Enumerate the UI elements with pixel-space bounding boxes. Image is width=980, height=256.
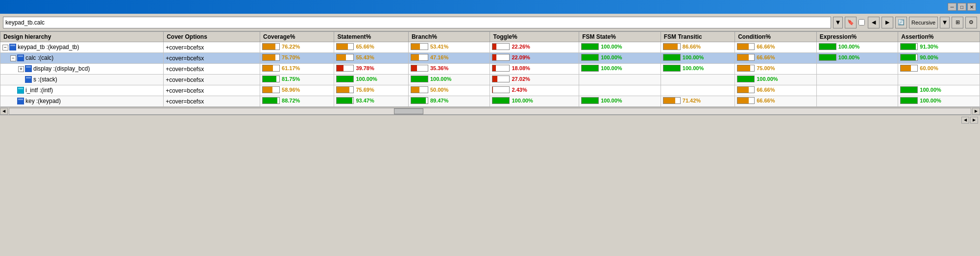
bar-fill [582,98,598,103]
maximize-button[interactable]: □ [957,3,966,11]
bar-fill [492,98,509,103]
bar-fill [582,65,598,71]
recursive-dropdown-button[interactable]: ▼ [940,17,950,28]
bar-container [737,54,755,61]
empty-cell [816,85,898,96]
bar-container [737,86,755,93]
design-hierarchy-cell[interactable]: − keypad_tb :(keypad_tb) [0,42,164,53]
bar-fill [263,87,272,93]
bar-fill [819,44,836,50]
coverage-cell: 100.00% [334,75,408,85]
table-row[interactable]: − keypad_tb :(keypad_tb)+cover=bcefsx 76… [0,42,980,53]
pct-text: 66.66% [757,98,775,103]
design-hierarchy-cell[interactable]: s :(stack) [0,75,164,85]
table-row[interactable]: key :(keypad)+cover=bcefsx 88.72% 93.47%… [0,96,980,107]
empty-cell [898,75,980,85]
bar-container [492,76,510,82]
recursive-icon-button[interactable]: 🔄 [895,17,907,28]
pct-text: 66.66% [757,54,775,60]
empty-cell [661,85,735,96]
bar-fill [737,44,749,50]
coverage-cell: 91.30% [898,42,980,53]
pct-text: 18.08% [512,65,530,71]
svg-rect-7 [26,77,31,78]
tree-expand-icon[interactable]: − [2,45,8,51]
bar-container [411,86,428,93]
design-name[interactable]: i_intf :(intf) [25,87,53,94]
bar-container [663,65,681,72]
cover-options-cell: +cover=bcefsx [164,75,260,85]
design-name[interactable]: calc :(calc) [25,54,53,61]
bottom-scroll-left[interactable]: ◀ [961,117,969,124]
pct-text: 50.00% [430,87,448,93]
pct-text: 100.00% [601,44,622,50]
title-bar-buttons: ─ □ ✕ [948,3,976,11]
bar-fill [337,98,352,103]
bottom-scroll-right[interactable]: ▶ [970,117,978,124]
horizontal-scrollbar-track[interactable] [9,108,971,115]
bar-container [737,43,755,50]
settings-icon-button[interactable]: ⚙ [965,17,977,28]
bar-fill [663,44,678,50]
bar-container [262,43,280,50]
pct-text: 75.00% [757,65,775,71]
svg-rect-11 [18,99,23,100]
empty-cell [579,75,661,85]
du-checkbox[interactable] [858,19,865,26]
tree-expand-icon[interactable]: − [10,55,16,61]
bar-fill [411,65,417,71]
design-hierarchy-cell[interactable]: key :(keypad) [0,96,164,107]
recursive-button[interactable]: Recursive [909,17,938,28]
search-input[interactable] [3,17,831,28]
bar-container [663,54,681,61]
bar-container [336,43,354,50]
pct-text: 100.00% [757,76,778,82]
coverage-cell: 76.22% [260,42,334,53]
tree-expand-icon[interactable]: + [18,66,24,72]
coverage-cell: 50.00% [408,85,490,96]
coverage-cell: 100.00% [816,53,898,64]
table-row[interactable]: + display :(display_bcd)+cover=bcefsx 61… [0,64,980,75]
bar-fill [263,98,277,103]
module-icon [17,54,24,61]
bar-container [336,76,354,82]
table-row[interactable]: s :(stack)+cover=bcefsx 81.75% 100.00% 1… [0,75,980,85]
design-hierarchy-cell[interactable]: i_intf :(intf) [0,85,164,96]
design-name[interactable]: key :(keypad) [25,98,61,104]
close-button[interactable]: ✕ [967,3,976,11]
scrollbar-row: ◀ ▶ [0,107,980,115]
bar-fill [737,87,749,93]
coverage-cell: 53.41% [408,42,490,53]
design-hierarchy-cell[interactable]: + display :(display_bcd) [0,64,164,75]
bar-container [581,97,599,104]
bar-container [737,76,755,82]
forward-button[interactable]: ▶ [882,17,893,28]
bar-container [336,65,354,72]
bookmark-icon-button[interactable]: 🔖 [845,17,857,28]
design-name[interactable]: display :(display_bcd) [33,65,90,72]
bar-container [900,43,918,50]
grid-icon-button[interactable]: ⊞ [952,17,963,28]
col-header-fsm-state: FSM State% [579,32,661,42]
bar-fill [337,44,347,50]
module-icon [9,44,16,51]
col-header-fsm-trans: FSM Transitic [661,32,735,42]
coverage-cell: 90.00% [898,53,980,64]
coverage-cell: 75.69% [334,85,408,96]
horizontal-scrollbar-thumb[interactable] [394,108,423,114]
table-row[interactable]: − calc :(calc)+cover=bcefsx 75.70% 55.43… [0,53,980,64]
cover-options-cell: +cover=bcefsx [164,53,260,64]
pct-text: 27.02% [512,76,530,82]
design-name[interactable]: s :(stack) [33,76,57,83]
design-name[interactable]: keypad_tb :(keypad_tb) [18,44,79,51]
design-hierarchy-cell[interactable]: − calc :(calc) [0,53,164,64]
coverage-cell: 66.66% [735,85,817,96]
table-header-row: Design hierarchy Cover Options Coverage%… [0,32,980,42]
dropdown-arrow-button[interactable]: ▼ [833,17,843,28]
back-button[interactable]: ◀ [868,17,880,28]
scroll-right-button[interactable]: ▶ [972,108,980,115]
table-row[interactable]: i_intf :(intf)+cover=bcefsx 58.96% 75.69… [0,85,980,96]
minimize-button[interactable]: ─ [948,3,956,11]
scroll-left-button[interactable]: ◀ [0,108,8,115]
pct-text: 47.16% [430,54,448,60]
